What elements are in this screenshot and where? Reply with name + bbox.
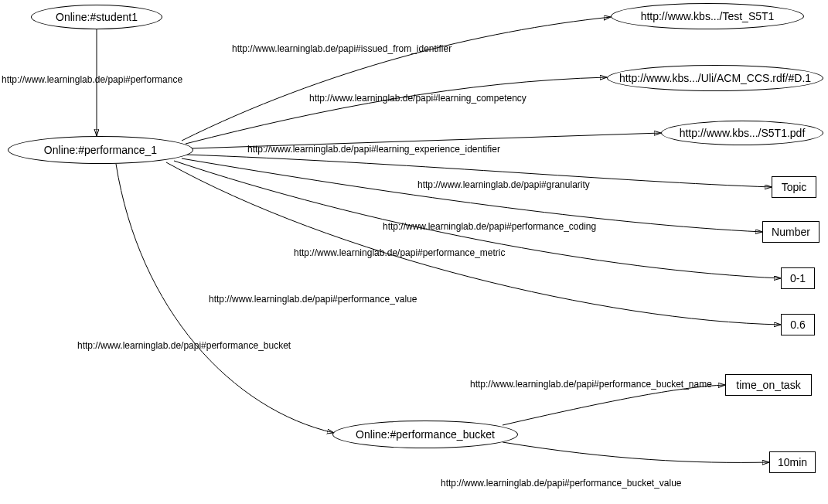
- rdf-graph-canvas: Online:#student1 Online:#performance_1 O…: [0, 0, 828, 504]
- edge-performance-bucket-name: [503, 385, 725, 425]
- node-topic-label: Topic: [782, 181, 807, 193]
- edge-label-performance-bucket-name: http://www.learninglab.de/papi#performan…: [470, 379, 712, 390]
- edge-label-issued-from-identifier: http://www.learninglab.de/papi#issued_fr…: [232, 43, 451, 54]
- node-zero-six-label: 0.6: [790, 318, 805, 331]
- edge-label-performance-bucket-value: http://www.learninglab.de/papi#performan…: [441, 478, 682, 489]
- node-s5t1-pdf-label: http://www.kbs.../S5T1.pdf: [680, 127, 806, 139]
- edge-label-performance-value: http://www.learninglab.de/papi#performan…: [209, 294, 417, 305]
- node-ten-min: 10min: [769, 451, 816, 473]
- node-test-s5t1-label: http://www.kbs.../Test_S5T1: [641, 10, 775, 22]
- node-topic: Topic: [772, 176, 816, 198]
- edge-label-learning-competency: http://www.learninglab.de/papi#learning_…: [309, 93, 526, 104]
- node-zero-one: 0-1: [781, 267, 815, 289]
- edge-label-granularity: http://www.learninglab.de/papi#granulari…: [417, 179, 590, 190]
- edge-label-performance-bucket: http://www.learninglab.de/papi#performan…: [77, 340, 291, 351]
- node-ten-min-label: 10min: [778, 456, 807, 468]
- node-time-on-task-label: time_on_task: [736, 379, 800, 391]
- node-student1: Online:#student1: [31, 5, 162, 29]
- node-performance1: Online:#performance_1: [8, 136, 193, 164]
- edge-label-performance: http://www.learninglab.de/papi#performan…: [2, 74, 182, 85]
- edge-issued-from-identifier: [182, 17, 611, 141]
- node-acm-ccs-label: http://www.kbs.../Uli/ACM_CCS.rdf/#D.1: [619, 72, 811, 84]
- node-number: Number: [762, 221, 819, 243]
- node-acm-ccs: http://www.kbs.../Uli/ACM_CCS.rdf/#D.1: [607, 65, 823, 91]
- node-number-label: Number: [772, 226, 810, 238]
- node-performance1-label: Online:#performance_1: [44, 144, 157, 156]
- node-s5t1-pdf: http://www.kbs.../S5T1.pdf: [661, 121, 823, 145]
- edge-label-learning-experience-identifier: http://www.learninglab.de/papi#learning_…: [247, 144, 500, 155]
- node-time-on-task: time_on_task: [725, 374, 812, 396]
- node-zero-six: 0.6: [781, 314, 815, 335]
- edge-performance-bucket-value: [503, 442, 769, 462]
- node-zero-one-label: 0-1: [790, 272, 806, 284]
- edge-performance-metric: [174, 161, 781, 278]
- node-test-s5t1: http://www.kbs.../Test_S5T1: [611, 3, 804, 29]
- node-student1-label: Online:#student1: [56, 11, 138, 23]
- node-performance-bucket: Online:#performance_bucket: [332, 421, 518, 448]
- edge-learning-competency: [186, 77, 607, 144]
- node-performance-bucket-label: Online:#performance_bucket: [356, 428, 495, 441]
- edge-label-performance-coding: http://www.learninglab.de/papi#performan…: [383, 221, 596, 232]
- edge-label-performance-metric: http://www.learninglab.de/papi#performan…: [294, 247, 505, 258]
